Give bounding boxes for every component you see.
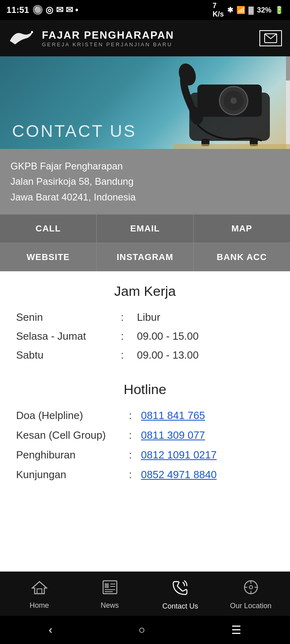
bottom-navigation: Home News Contact Us [0, 572, 290, 616]
header-logo: FAJAR PENGHARAPAN GEREJA KRISTEN PERJANJ… [8, 28, 253, 48]
hotline-row-kesan: Kesan (Cell Group) : 0811 309 077 [16, 429, 274, 442]
system-nav-bar: ‹ ○ ☰ [0, 616, 290, 644]
status-left: 11:51 🔘 ◎ ✉ ✉ • [6, 5, 78, 15]
svg-point-6 [230, 97, 237, 104]
status-bar: 11:51 🔘 ◎ ✉ ✉ • 7K/s ✱ 📶 ▓ 32% 🔋 [0, 0, 290, 20]
svg-rect-15 [105, 583, 109, 588]
bluetooth-icon: ✱ [227, 6, 233, 14]
schedule-label-senin: Senin [16, 311, 121, 324]
schedule-colon-senin: : [121, 311, 137, 324]
hotline-colon-doa: : [129, 409, 141, 422]
hotline-phone-kunjungan[interactable]: 0852 4971 8840 [141, 469, 217, 481]
nav-label-contact-us: Contact Us [162, 602, 198, 611]
hotline-colon-kesan: : [129, 429, 141, 442]
nav-label-home: Home [29, 601, 49, 610]
schedule-colon-selasa: : [121, 330, 137, 343]
status-time: 11:51 [6, 5, 29, 15]
email-button[interactable]: EMAIL [97, 215, 193, 243]
speed-icon: 7K/s [213, 2, 224, 19]
wifi-icon: 📶 [236, 6, 245, 14]
svg-marker-12 [32, 582, 47, 594]
home-button[interactable]: ○ [139, 623, 145, 636]
header-text: FAJAR PENGHARAPAN GEREJA KRISTEN PERJANJ… [42, 29, 174, 47]
content-area: Jam Kerja Senin : Libur Selasa - Jumat :… [0, 271, 290, 572]
nav-label-our-location: Our Location [230, 602, 271, 610]
hero-banner: CONTACT US [0, 56, 290, 149]
hero-title: CONTACT US [12, 122, 137, 141]
nav-item-home[interactable]: Home [11, 580, 68, 610]
hotline-phone-kesan[interactable]: 0811 309 077 [141, 429, 205, 442]
app-header: FAJAR PENGHARAPAN GEREJA KRISTEN PERJANJ… [0, 20, 290, 56]
hotline-title: Hotline [16, 382, 274, 397]
hotline-phone-penghiburan[interactable]: 0812 1091 0217 [141, 449, 217, 461]
nav-item-contact-us[interactable]: Contact Us [152, 579, 209, 611]
svg-point-7 [176, 61, 199, 88]
battery-text: 32% [257, 6, 271, 14]
location-icon [243, 580, 259, 599]
app-title: FAJAR PENGHARAPAN [42, 29, 174, 41]
back-button[interactable]: ‹ [49, 623, 52, 636]
schedule-label-selasa: Selasa - Jumat [16, 330, 121, 343]
schedule-value-sabtu: 09.00 - 13.00 [137, 349, 199, 361]
website-button[interactable]: WEBSITE [0, 243, 97, 271]
address-line2: Jalan Pasirkoja 58, Bandung [10, 174, 280, 189]
signal-icons: 🔘 ◎ ✉ ✉ • [32, 5, 78, 15]
hotline-row-doa: Doa (Helpline) : 0811 841 765 [16, 409, 274, 422]
bird-logo-icon [8, 28, 36, 48]
mail-button[interactable] [259, 30, 282, 46]
schedule-row-senin: Senin : Libur [16, 311, 274, 324]
address-line3: Jawa Barat 40241, Indonesia [10, 190, 280, 205]
svg-point-0 [31, 31, 33, 33]
home-icon [31, 580, 48, 598]
nav-item-news[interactable]: News [82, 580, 138, 610]
news-icon [102, 580, 118, 598]
hotline-colon-penghiburan: : [129, 449, 141, 461]
nav-item-our-location[interactable]: Our Location [223, 580, 279, 610]
action-row-2: WEBSITE INSTAGRAM BANK ACC [0, 243, 290, 271]
schedule-label-sabtu: Sabtu [16, 349, 121, 361]
svg-rect-11 [173, 144, 290, 149]
hotline-row-penghiburan: Penghiburan : 0812 1091 0217 [16, 449, 274, 461]
schedule-value-senin: Libur [137, 311, 160, 324]
address-line1: GKPB Fajar Pengharapan [10, 159, 280, 174]
hotline-colon-kunjungan: : [129, 469, 141, 481]
contact-us-icon [172, 579, 189, 599]
hotline-section: Hotline Doa (Helpline) : 0811 841 765 Ke… [16, 382, 274, 481]
schedule-row-sabtu: Sabtu : 09.00 - 13.00 [16, 349, 274, 361]
schedule-value-selasa: 09.00 - 15.00 [137, 330, 199, 343]
schedule-row-selasa: Selasa - Jumat : 09.00 - 15.00 [16, 330, 274, 343]
signal-bar-icon: ▓ [249, 6, 254, 14]
hotline-label-penghiburan: Penghiburan [16, 449, 129, 461]
schedule-colon-sabtu: : [121, 349, 137, 361]
hotline-label-doa: Doa (Helpline) [16, 409, 129, 422]
menu-button[interactable]: ☰ [231, 623, 241, 637]
svg-rect-13 [37, 589, 42, 594]
telephone-image [165, 60, 290, 149]
app-subtitle: GEREJA KRISTEN PERJANJIAN BARU [42, 41, 174, 47]
battery-icon: 🔋 [275, 6, 284, 14]
svg-point-21 [249, 586, 253, 589]
action-row-1: CALL EMAIL MAP [0, 215, 290, 243]
schedule-table: Senin : Libur Selasa - Jumat : 09.00 - 1… [16, 311, 274, 361]
status-right: 7K/s ✱ 📶 ▓ 32% 🔋 [213, 2, 284, 19]
hotline-label-kesan: Kesan (Cell Group) [16, 429, 129, 442]
instagram-button[interactable]: INSTAGRAM [97, 243, 193, 271]
address-section: GKPB Fajar Pengharapan Jalan Pasirkoja 5… [0, 149, 290, 215]
hotline-label-kunjungan: Kunjungan [16, 469, 129, 481]
map-button[interactable]: MAP [194, 215, 290, 243]
hotline-row-kunjungan: Kunjungan : 0852 4971 8840 [16, 469, 274, 481]
nav-label-news: News [101, 601, 119, 610]
call-button[interactable]: CALL [0, 215, 97, 243]
hotline-phone-doa[interactable]: 0811 841 765 [141, 409, 205, 422]
jam-kerja-title: Jam Kerja [16, 283, 274, 299]
bank-acc-button[interactable]: BANK ACC [194, 243, 290, 271]
